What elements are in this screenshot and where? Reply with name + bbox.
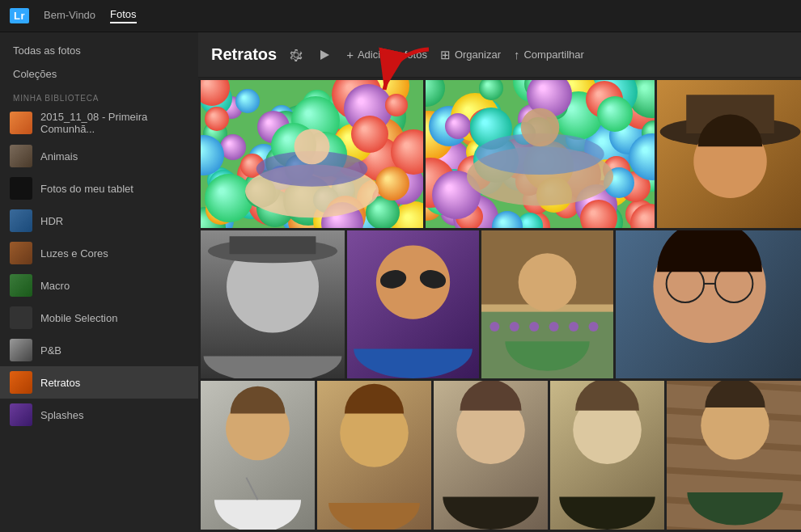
svg-marker-0 [320,50,329,60]
topbar-nav: Bem-Vindo Fotos [44,8,137,23]
sidebar-item-label-animais: Animais [40,150,78,163]
add-photos-label: Adicionar fotos [358,49,427,61]
sidebar-thumb-luzes [10,242,32,264]
main-layout: Todas as fotos Coleções MINHA BIBLIOTECA… [0,32,801,532]
play-icon [319,49,330,61]
sidebar-item-label-splashes: Splashes [40,409,83,421]
sidebar-thumb-2015 [10,112,32,134]
sidebar-item-animais[interactable]: Animais [0,140,198,172]
sidebar-thumb-tablet [10,177,32,200]
sidebar-thumb-animais [10,145,32,167]
header-actions: + Adicionar fotos ⊞ Organizar ↑ Comparti… [346,48,584,62]
sidebar-item-mobile[interactable]: Mobile Selection [0,302,198,334]
organize-icon: ⊞ [440,48,451,62]
sidebar-item-fotos-tablet[interactable]: Fotos do meu tablet [0,172,198,205]
sidebar: Todas as fotos Coleções MINHA BIBLIOTECA… [0,32,198,532]
nav-bem-vindo[interactable]: Bem-Vindo [44,9,95,23]
organize-button[interactable]: ⊞ Organizar [440,48,501,62]
share-button[interactable]: ↑ Compartilhar [514,48,584,61]
sidebar-item-label-mobile: Mobile Selection [40,312,117,324]
photo-grid [198,78,801,532]
play-button[interactable] [316,46,333,64]
sidebar-thumb-retratos [10,371,32,394]
organize-label: Organizar [455,49,501,61]
sidebar-item-label-2015: 2015_11_08 - Primeira Comunhã... [40,111,189,135]
gear-icon [290,49,303,61]
sidebar-item-macro[interactable]: Macro [0,269,198,302]
sidebar-item-pb[interactable]: P&B [0,334,198,366]
share-label: Compartilhar [523,49,583,61]
sidebar-section-label: MINHA BIBLIOTECA [0,86,198,106]
sidebar-item-luzes[interactable]: Luzes e Cores [0,237,198,269]
sidebar-item-2015[interactable]: 2015_11_08 - Primeira Comunhã... [0,106,198,140]
content-area: Retratos + Adicionar fotos ⊞ [198,32,801,532]
sidebar-item-splashes[interactable]: Splashes [0,399,198,431]
sidebar-item-label-luzes: Luzes e Cores [40,247,108,260]
sidebar-thumb-macro [10,274,32,297]
lr-logo: Lr [10,8,29,23]
sidebar-item-label-tablet: Fotos do meu tablet [40,183,134,195]
share-icon: ↑ [514,48,520,61]
sidebar-item-retratos[interactable]: Retratos [0,366,198,399]
sidebar-item-label-macro: Macro [40,280,70,292]
sidebar-thumb-splashes [10,403,32,426]
album-title: Retratos [211,45,277,64]
sidebar-item-label-retratos: Retratos [40,377,80,389]
sidebar-item-colecoes[interactable]: Coleções [0,62,198,86]
content-header: Retratos + Adicionar fotos ⊞ [198,32,801,78]
sidebar-thumb-pb [10,339,32,361]
sidebar-item-label-hdr: HDR [40,215,63,227]
photo-grid-canvas [198,78,801,532]
plus-icon: + [346,48,354,61]
sidebar-thumb-mobile [10,306,32,329]
sidebar-thumb-hdr [10,209,32,232]
sidebar-item-label-pb: P&B [40,344,61,357]
sidebar-item-hdr[interactable]: HDR [0,205,198,237]
nav-fotos[interactable]: Fotos [110,8,137,23]
settings-button[interactable] [286,45,306,65]
sidebar-item-todas-as-fotos[interactable]: Todas as fotos [0,39,198,62]
add-photos-button[interactable]: + Adicionar fotos [346,48,427,61]
topbar: Lr Bem-Vindo Fotos [0,0,801,32]
